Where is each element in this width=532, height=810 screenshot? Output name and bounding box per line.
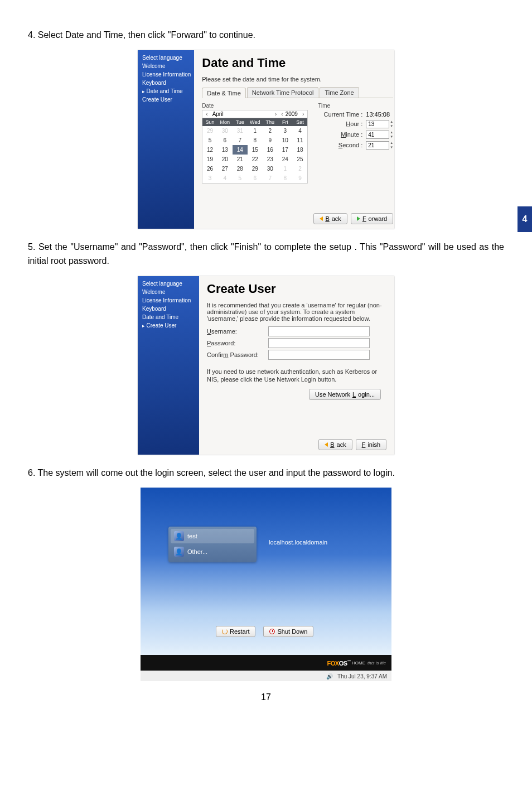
cal-cell[interactable]: 10 xyxy=(278,136,293,145)
instruction-5: 5. Set the "Username" and "Password", th… xyxy=(28,240,504,268)
chapter-tab: 4 xyxy=(518,206,532,232)
wizard-sidebar: Select language Welcome License Informat… xyxy=(138,276,199,455)
cal-cell-selected[interactable]: 14 xyxy=(233,145,248,155)
screenshot-date-time: Select language Welcome License Informat… xyxy=(138,50,394,229)
cal-cell[interactable]: 23 xyxy=(263,155,278,164)
finish-button[interactable]: Finish xyxy=(356,439,386,450)
cal-cell[interactable]: 9 xyxy=(293,173,308,184)
step-create-user: Create User xyxy=(141,95,191,104)
cal-cell[interactable]: 28 xyxy=(233,164,248,173)
time-label: Time xyxy=(318,103,393,109)
cal-cell[interactable]: 7 xyxy=(233,136,248,145)
password-label: assword: xyxy=(211,340,235,346)
cal-cell[interactable]: 4 xyxy=(217,173,233,184)
back-button[interactable]: Back xyxy=(313,213,347,224)
use-network-login-button[interactable]: Use Network Login... xyxy=(309,389,381,400)
foxos-logo: FOXOS™ xyxy=(327,659,351,667)
minute-input[interactable]: 41 xyxy=(366,131,389,139)
dow-mon: Mon xyxy=(217,118,233,126)
cal-cell[interactable]: 21 xyxy=(233,155,248,164)
cal-cell[interactable]: 16 xyxy=(263,145,278,155)
cal-cell[interactable]: 30 xyxy=(263,164,278,173)
cal-cell[interactable]: 27 xyxy=(217,164,233,173)
screenshot-login: test Other... localhost.localdomain Rest… xyxy=(141,488,391,681)
cal-cell[interactable]: 4 xyxy=(293,126,308,136)
cal-cell[interactable]: 30 xyxy=(217,126,233,136)
dow-thu: Thu xyxy=(263,118,278,126)
user-item-test[interactable]: test xyxy=(171,529,254,543)
firstboot-logo: Firstboot xyxy=(122,388,140,451)
cal-cell[interactable]: 3 xyxy=(202,173,217,184)
page-desc: Please set the date and time for the sys… xyxy=(202,76,393,83)
page-title: Date and Time xyxy=(202,56,393,70)
cal-cell[interactable]: 6 xyxy=(217,136,233,145)
dow-wed: Wed xyxy=(248,118,263,126)
cal-cell[interactable]: 2 xyxy=(293,164,308,173)
year-next-button[interactable]: › xyxy=(300,111,306,117)
minute-spinner[interactable]: ▲▼ xyxy=(390,131,393,138)
second-input[interactable]: 21 xyxy=(366,141,389,150)
cal-cell[interactable]: 24 xyxy=(278,155,293,164)
cal-cell[interactable]: 8 xyxy=(278,173,293,184)
step-date-time: Date and Time xyxy=(141,87,191,95)
second-spinner[interactable]: ▲▼ xyxy=(390,141,393,149)
avatar-icon xyxy=(174,547,184,557)
step-select-language: Select language xyxy=(141,279,196,288)
tab-ntp[interactable]: Network Time Protocol xyxy=(247,87,319,98)
year-prev-button[interactable]: ‹ xyxy=(279,111,285,117)
month-prev-button[interactable]: ‹ xyxy=(204,111,210,117)
step-keyboard: Keyboard xyxy=(141,305,196,313)
avatar-icon xyxy=(174,531,184,541)
password-input[interactable] xyxy=(268,338,370,348)
cal-cell[interactable]: 3 xyxy=(278,126,293,136)
arrow-left-icon xyxy=(320,216,323,221)
date-group: Date ‹ April › ‹ 2009 › Sun Mon Tue xyxy=(202,103,308,184)
user-label: test xyxy=(187,533,197,539)
user-item-other[interactable]: Other... xyxy=(171,544,254,559)
month-next-button[interactable]: › xyxy=(273,111,279,117)
cal-cell[interactable]: 19 xyxy=(202,155,217,164)
cal-cell[interactable]: 1 xyxy=(278,164,293,173)
shutdown-button[interactable]: Shut Down xyxy=(263,626,313,637)
cal-cell[interactable]: 11 xyxy=(293,136,308,145)
cal-cell[interactable]: 26 xyxy=(202,164,217,173)
confirm-password-input[interactable] xyxy=(268,350,370,360)
back-button[interactable]: Back xyxy=(318,439,352,450)
cal-cell[interactable]: 31 xyxy=(233,126,248,136)
tab-date-time[interactable]: Date & Time xyxy=(202,88,246,98)
calendar: Sun Mon Tue Wed Thu Fri Sat 2930311234 5… xyxy=(202,118,308,184)
cal-cell[interactable]: 22 xyxy=(248,155,263,164)
cal-cell[interactable]: 12 xyxy=(202,145,217,155)
cal-cell[interactable]: 2 xyxy=(263,126,278,136)
cal-cell[interactable]: 18 xyxy=(293,145,308,155)
cal-cell[interactable]: 1 xyxy=(248,126,263,136)
cal-cell[interactable]: 29 xyxy=(202,126,217,136)
cal-cell[interactable]: 29 xyxy=(248,164,263,173)
restart-button[interactable]: Restart xyxy=(216,626,255,637)
cal-cell[interactable]: 8 xyxy=(248,136,263,145)
cal-cell[interactable]: 9 xyxy=(263,136,278,145)
cal-cell[interactable]: 5 xyxy=(202,136,217,145)
tab-time-zone[interactable]: Time Zone xyxy=(320,87,359,98)
step-date-time: Date and Time xyxy=(141,313,196,321)
hour-spinner[interactable]: ▲▼ xyxy=(390,120,393,128)
brand-bar: FOXOS™ HOME this is life xyxy=(141,655,391,671)
dow-sat: Sat xyxy=(293,118,308,126)
cal-cell[interactable]: 25 xyxy=(293,155,308,164)
cal-cell[interactable]: 13 xyxy=(217,145,233,155)
cal-cell[interactable]: 17 xyxy=(278,145,293,155)
cal-cell[interactable]: 7 xyxy=(263,173,278,184)
hour-input[interactable]: 13 xyxy=(366,120,389,128)
confirm-label: Password: xyxy=(229,351,259,358)
time-group: Time Current Time : 13:45:08 Hour : 13 ▲… xyxy=(318,103,393,184)
cal-cell[interactable]: 15 xyxy=(248,145,263,155)
brand-slogan: this is life xyxy=(367,660,386,666)
cal-cell[interactable]: 5 xyxy=(233,173,248,184)
volume-icon[interactable] xyxy=(326,673,333,679)
arrow-left-icon xyxy=(325,442,328,447)
forward-button[interactable]: Forward xyxy=(351,213,393,224)
cal-cell[interactable]: 6 xyxy=(248,173,263,184)
username-input[interactable] xyxy=(268,326,370,336)
cal-cell[interactable]: 20 xyxy=(217,155,233,164)
step-welcome: Welcome xyxy=(141,288,196,296)
